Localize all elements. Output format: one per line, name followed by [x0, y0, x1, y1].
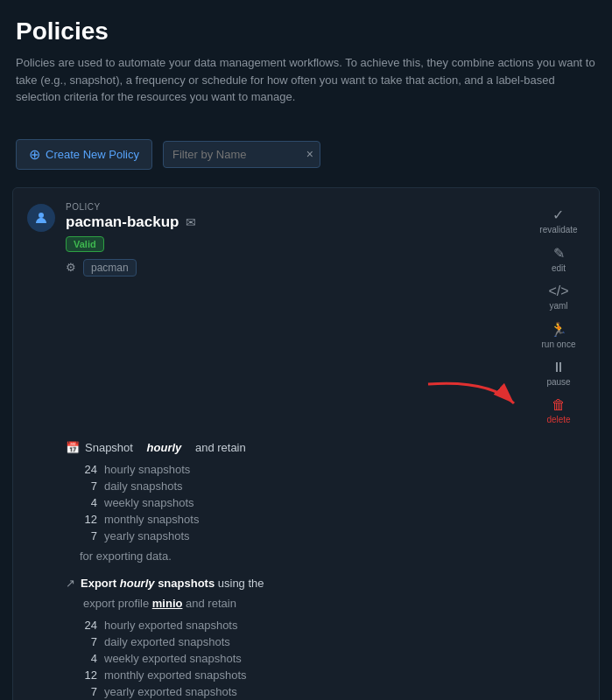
- export-prefix: Export: [81, 577, 116, 590]
- export-text: Export hourly snapshots using the: [81, 577, 264, 590]
- filter-input[interactable]: [163, 141, 320, 168]
- policy-name: pacman-backup: [66, 214, 179, 231]
- toolbar: ⊕ Create New Policy ×: [0, 130, 612, 178]
- list-item: 12 monthly exported snapshots: [80, 667, 585, 683]
- count: 24: [80, 463, 97, 476]
- pause-button[interactable]: ⏸ pause: [539, 355, 577, 391]
- svg-point-0: [39, 213, 44, 218]
- policy-left: POLICY pacman-backup ✉ Valid ⚙ pacman: [27, 202, 196, 276]
- snapshot-list: 24 hourly snapshots 7 daily snapshots 4 …: [66, 461, 585, 544]
- edit-label: edit: [552, 263, 566, 273]
- count: 7: [80, 685, 97, 698]
- label: hourly exported snapshots: [104, 619, 237, 632]
- gear-icon: ⚙: [66, 261, 76, 274]
- yaml-label: yaml: [549, 301, 567, 311]
- export-profile-line: export profile minio and retain: [66, 597, 585, 610]
- list-item: 24 hourly snapshots: [80, 461, 585, 478]
- count: 4: [80, 496, 97, 509]
- run-icon: 🏃: [550, 321, 567, 338]
- export-using: using the: [218, 577, 264, 590]
- snapshot-section-title: 📅 Snapshot hourly and retain: [66, 441, 585, 454]
- policy-label: POLICY: [66, 202, 196, 212]
- count: 4: [80, 652, 97, 665]
- plus-circle-icon: ⊕: [29, 146, 40, 163]
- snapshot-suffix: and retain: [195, 441, 246, 454]
- revalidate-button[interactable]: ✓ revalidate: [532, 202, 584, 239]
- count: 7: [80, 635, 97, 648]
- filter-container: ×: [163, 141, 320, 168]
- label: yearly snapshots: [104, 529, 190, 542]
- list-item: 12 monthly snapshots: [80, 511, 585, 528]
- run-once-label: run once: [542, 340, 576, 349]
- calendar-icon: 📅: [66, 441, 80, 454]
- list-item: 24 hourly exported snapshots: [80, 617, 585, 634]
- list-item: 4 weekly snapshots: [80, 494, 585, 511]
- policy-card: POLICY pacman-backup ✉ Valid ⚙ pacman ✓: [12, 187, 600, 701]
- list-item: 7 yearly exported snapshots: [80, 683, 585, 700]
- count: 12: [80, 513, 97, 526]
- snapshot-footer: for exporting data.: [66, 550, 585, 563]
- export-frequency: hourly: [120, 577, 158, 590]
- count: 7: [80, 480, 97, 493]
- checkmark-icon: ✓: [552, 206, 564, 223]
- edit-icon: ✎: [553, 245, 565, 262]
- yaml-button[interactable]: </> yaml: [541, 279, 575, 315]
- label: daily exported snapshots: [104, 635, 230, 648]
- label: daily snapshots: [104, 480, 183, 493]
- count: 12: [80, 668, 97, 682]
- filter-clear-button[interactable]: ×: [306, 147, 313, 161]
- label: weekly exported snapshots: [104, 652, 242, 665]
- avatar: [27, 204, 55, 232]
- export-section-title: ↗ Export hourly snapshots using the: [66, 577, 585, 590]
- snapshot-prefix: Snapshot: [85, 441, 133, 454]
- count: 7: [80, 529, 97, 542]
- header-section: Policies Policies are used to automate y…: [0, 0, 612, 130]
- label: monthly snapshots: [104, 513, 199, 526]
- label: yearly exported snapshots: [104, 685, 237, 698]
- list-item: 4 weekly exported snapshots: [80, 650, 585, 667]
- policy-card-header: POLICY pacman-backup ✉ Valid ⚙ pacman ✓: [27, 202, 585, 429]
- policy-tag: pacman: [83, 259, 137, 276]
- pause-icon: ⏸: [552, 360, 566, 375]
- policy-info: POLICY pacman-backup ✉ Valid ⚙ pacman: [66, 202, 196, 276]
- delete-button[interactable]: 🗑 delete: [539, 393, 577, 429]
- revalidate-label: revalidate: [539, 225, 577, 234]
- label: monthly exported snapshots: [104, 668, 247, 682]
- code-icon: </>: [548, 284, 568, 299]
- pause-label: pause: [546, 377, 570, 387]
- export-section: ↗ Export hourly snapshots using the expo…: [66, 577, 585, 701]
- create-policy-button[interactable]: ⊕ Create New Policy: [16, 139, 152, 170]
- policy-body: 📅 Snapshot hourly and retain 24 hourly s…: [27, 441, 585, 701]
- export-list: 24 hourly exported snapshots 7 daily exp…: [66, 617, 585, 700]
- status-badge: Valid: [66, 236, 104, 252]
- label: hourly snapshots: [104, 463, 190, 476]
- delete-label: delete: [546, 415, 570, 424]
- policy-name-row: pacman-backup ✉: [66, 214, 196, 231]
- list-item: 7 daily snapshots: [80, 478, 585, 494]
- edit-button[interactable]: ✎ edit: [545, 241, 573, 277]
- export-middle: snapshots: [158, 577, 218, 590]
- page-title: Policies: [16, 18, 596, 46]
- page-description: Policies are used to automate your data …: [16, 54, 596, 106]
- label: weekly snapshots: [104, 496, 194, 509]
- run-once-button[interactable]: 🏃 run once: [535, 317, 583, 354]
- list-item: 7 yearly snapshots: [80, 528, 585, 544]
- policy-actions: ✓ revalidate ✎ edit </> yaml 🏃 run once …: [532, 202, 585, 429]
- export-icon: ↗: [66, 577, 75, 590]
- list-item: 7 daily exported snapshots: [80, 634, 585, 650]
- export-profile-name: minio: [152, 597, 183, 610]
- snapshot-frequency: hourly: [147, 441, 182, 454]
- count: 24: [80, 619, 97, 632]
- policy-card-wrapper: POLICY pacman-backup ✉ Valid ⚙ pacman ✓: [0, 187, 612, 701]
- policy-gear-row: ⚙ pacman: [66, 259, 196, 276]
- email-icon: ✉: [186, 215, 196, 229]
- trash-icon: 🗑: [552, 397, 566, 413]
